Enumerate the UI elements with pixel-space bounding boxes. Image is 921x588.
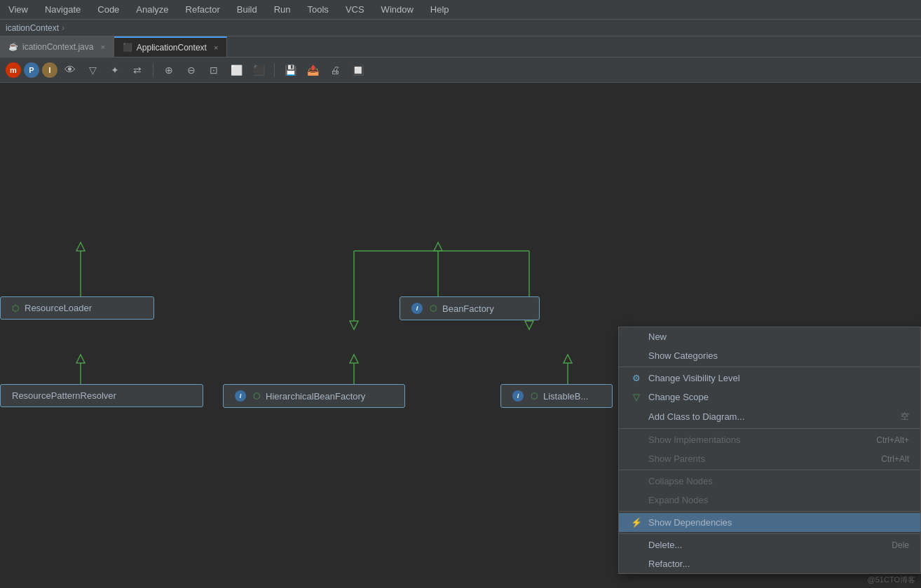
ctx-expand-label: Expand Nodes bbox=[648, 495, 708, 505]
tab-uml[interactable]: ⬛ ApplicationContext × bbox=[114, 36, 228, 57]
ctx-show-impl-label: Show Implementations bbox=[648, 435, 741, 445]
toolbar-zoom-fit[interactable]: ⊡ bbox=[204, 61, 224, 79]
tab-uml-label: ApplicationContext bbox=[137, 43, 207, 53]
ctx-refactor-label: Refactor... bbox=[648, 559, 690, 569]
ctx-sep3 bbox=[619, 470, 920, 470]
breadcrumb-text: icationContext bbox=[6, 23, 59, 33]
toolbar-zoom-h[interactable]: ⬛ bbox=[249, 61, 268, 79]
ctx-delete-label: Delete... bbox=[648, 540, 682, 550]
ctx-add-class-shortcut: 空 bbox=[901, 411, 909, 423]
toolbar-m-btn[interactable]: m bbox=[6, 62, 21, 78]
tab-java-label: icationContext.java bbox=[22, 42, 93, 52]
ctx-sep2 bbox=[619, 428, 920, 429]
toolbar-save-btn[interactable]: 💾 bbox=[280, 61, 300, 79]
menu-view[interactable]: View bbox=[6, 3, 31, 16]
menu-refactor[interactable]: Refactor bbox=[183, 3, 223, 16]
toolbar-star-btn[interactable]: ✦ bbox=[105, 61, 125, 79]
menu-bar: View Navigate Code Analyze Refactor Buil… bbox=[0, 0, 921, 20]
ctx-show-deps[interactable]: ⚡ Show Dependencies bbox=[619, 513, 920, 532]
node-resource-pattern-label: ResourcePatternResolver bbox=[12, 390, 116, 401]
tab-java[interactable]: ☕ icationContext.java × bbox=[0, 36, 114, 57]
toolbar-sep1 bbox=[153, 63, 154, 77]
ctx-scope-icon: ▽ bbox=[630, 392, 643, 402]
ctx-show-categories[interactable]: Show Categories bbox=[619, 346, 920, 365]
ctx-show-impl-shortcut: Ctrl+Alt+ bbox=[876, 435, 909, 445]
ctx-sep5 bbox=[619, 533, 920, 534]
toolbar-eye-btn[interactable]: 👁 bbox=[60, 61, 80, 79]
node-listable-bean[interactable]: I ⬡ ListableB... bbox=[500, 384, 613, 408]
ctx-new-label: New bbox=[648, 331, 667, 342]
toolbar-view-btn[interactable]: 🔲 bbox=[348, 61, 367, 79]
node-hierarchical-i-badge: I bbox=[235, 390, 246, 402]
menu-help[interactable]: Help bbox=[428, 3, 452, 16]
node-bean-factory-label: BeanFactory bbox=[442, 303, 494, 314]
tab-uml-close[interactable]: × bbox=[214, 43, 218, 52]
toolbar-zoom-w[interactable]: ⬜ bbox=[226, 61, 246, 79]
svg-marker-13 bbox=[350, 355, 358, 363]
node-hierarchical-icon: ⬡ bbox=[253, 391, 260, 401]
menu-tools[interactable]: Tools bbox=[305, 3, 332, 16]
ctx-show-parents-shortcut: Ctrl+Alt bbox=[881, 454, 909, 464]
ctx-show-deps-label: Show Dependencies bbox=[648, 517, 732, 528]
menu-build[interactable]: Build bbox=[234, 3, 260, 16]
ctx-new[interactable]: New bbox=[619, 327, 920, 346]
ctx-show-parents-label: Show Parents bbox=[648, 453, 705, 464]
node-listable-icon: ⬡ bbox=[531, 391, 538, 401]
toolbar-filter-btn[interactable]: ▽ bbox=[83, 61, 102, 79]
toolbar-print-btn[interactable]: 🖨 bbox=[325, 61, 345, 79]
node-hierarchical-bean[interactable]: I ⬡ HierarchicalBeanFactory bbox=[223, 384, 405, 408]
svg-marker-1 bbox=[76, 242, 85, 251]
ctx-sep4 bbox=[619, 511, 920, 512]
watermark: @51CTO博客 bbox=[868, 575, 915, 585]
node-bean-factory-i-badge: I bbox=[411, 303, 423, 314]
menu-navigate[interactable]: Navigate bbox=[42, 3, 83, 16]
ctx-sep1 bbox=[619, 367, 920, 367]
ctx-change-scope[interactable]: ▽ Change Scope bbox=[619, 388, 920, 406]
ctx-deps-icon: ⚡ bbox=[630, 517, 643, 528]
toolbar-zoom-out[interactable]: ⊖ bbox=[182, 61, 201, 79]
svg-marker-9 bbox=[525, 321, 533, 329]
ctx-visibility-icon: ⚙ bbox=[630, 373, 643, 383]
toolbar-i-btn[interactable]: I bbox=[42, 62, 57, 78]
svg-marker-3 bbox=[434, 242, 442, 251]
ctx-show-categories-label: Show Categories bbox=[648, 350, 718, 361]
node-hierarchical-label: HierarchicalBeanFactory bbox=[266, 391, 365, 402]
ctx-add-class[interactable]: Add Class to Diagram... 空 bbox=[619, 406, 920, 427]
ctx-collapse-nodes: Collapse Nodes bbox=[619, 472, 920, 491]
toolbar-p-btn[interactable]: P bbox=[24, 62, 39, 78]
ctx-show-parents: Show Parents Ctrl+Alt bbox=[619, 449, 920, 468]
context-menu: New Show Categories ⚙ Change Visibility … bbox=[618, 327, 921, 574]
java-icon: ☕ bbox=[8, 42, 18, 51]
menu-analyze[interactable]: Analyze bbox=[133, 3, 171, 16]
node-listable-label: ListableB... bbox=[543, 391, 588, 402]
ctx-change-visibility[interactable]: ⚙ Change Visibility Level bbox=[619, 369, 920, 388]
menu-window[interactable]: Window bbox=[378, 3, 416, 16]
tab-java-close[interactable]: × bbox=[100, 43, 104, 51]
toolbar-zoom-in[interactable]: ⊕ bbox=[159, 61, 179, 79]
node-resource-pattern[interactable]: ResourcePatternResolver bbox=[0, 384, 203, 407]
ctx-change-visibility-label: Change Visibility Level bbox=[648, 373, 740, 383]
menu-run[interactable]: Run bbox=[271, 3, 294, 16]
node-bean-factory-icon: ⬡ bbox=[430, 303, 437, 313]
ctx-delete[interactable]: Delete... Dele bbox=[619, 535, 920, 554]
menu-code[interactable]: Code bbox=[95, 3, 122, 16]
ctx-show-impl: Show Implementations Ctrl+Alt+ bbox=[619, 430, 920, 449]
svg-marker-11 bbox=[76, 355, 85, 363]
ctx-refactor[interactable]: Refactor... bbox=[619, 554, 920, 573]
ctx-expand-nodes: Expand Nodes bbox=[619, 491, 920, 510]
uml-icon: ⬛ bbox=[123, 43, 132, 52]
svg-marker-6 bbox=[350, 321, 358, 329]
node-bean-factory[interactable]: I ⬡ BeanFactory bbox=[400, 296, 540, 320]
toolbar-arrows-btn[interactable]: ⇄ bbox=[128, 61, 147, 79]
toolbar: m P I 👁 ▽ ✦ ⇄ ⊕ ⊖ ⊡ ⬜ ⬛ 💾 📤 🖨 🔲 bbox=[0, 57, 921, 83]
ctx-change-scope-label: Change Scope bbox=[648, 392, 709, 402]
breadcrumb-arrow: › bbox=[62, 23, 64, 33]
menu-vcs[interactable]: VCS bbox=[343, 3, 367, 16]
node-resource-loader[interactable]: ⬡ ResourceLoader bbox=[0, 296, 154, 320]
breadcrumb: icationContext › bbox=[0, 20, 921, 36]
toolbar-sep2 bbox=[274, 63, 275, 77]
toolbar-export-btn[interactable]: 📤 bbox=[303, 61, 322, 79]
node-resource-loader-label: ResourceLoader bbox=[25, 303, 92, 313]
node-resource-loader-icon: ⬡ bbox=[12, 303, 19, 313]
diagram-area: ⬡ ResourceLoader I ⬡ BeanFactory Resourc… bbox=[0, 83, 921, 588]
